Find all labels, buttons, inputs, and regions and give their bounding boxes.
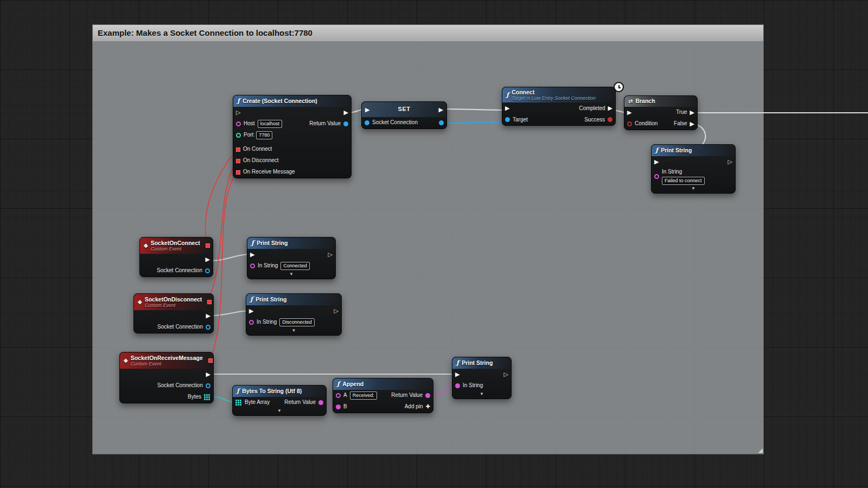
condition-pin[interactable] (627, 121, 632, 126)
condition-label: Condition (635, 120, 658, 127)
function-icon: ƒ (251, 239, 254, 247)
pin-row: ▶ Completed ▶ (502, 102, 615, 114)
socket-connection-out-pin[interactable] (206, 325, 210, 330)
in-string-pin[interactable] (250, 264, 255, 268)
node-branch[interactable]: ⇄ Branch ▶ True ▶ Condition False ▶ (624, 95, 698, 130)
exec-out-pin[interactable]: ▶ (206, 256, 210, 262)
return-value-pin[interactable] (318, 400, 323, 405)
bytes-array-pin[interactable] (204, 394, 206, 396)
exec-out-pin[interactable]: ▶ (206, 313, 210, 319)
exec-in-pin[interactable]: ▶ (365, 107, 369, 113)
node-title: Append (342, 381, 363, 388)
in-string-pin[interactable] (654, 174, 659, 179)
host-input[interactable]: localhost (258, 120, 283, 128)
exec-out-pin[interactable]: ▶ (439, 107, 443, 113)
pin-row: Condition False ▶ (624, 118, 697, 130)
collapse-arrow-icon[interactable]: ▼ (247, 272, 335, 279)
in-string-pin[interactable] (455, 383, 460, 388)
a-pin[interactable] (336, 393, 341, 398)
node-title: Create (Socket Connection) (242, 98, 317, 105)
exec-in-pin[interactable]: ▶ (250, 252, 254, 258)
blueprint-graph-canvas[interactable]: Example: Makes a Socket Connection to lo… (0, 0, 868, 488)
function-icon: ƒ (237, 97, 240, 105)
node-create-socket-connection[interactable]: ƒ Create (Socket Connection) ▷ ▶ Host lo… (233, 95, 352, 178)
exec-out-pin[interactable]: ▶ (206, 371, 210, 377)
delegate-out-pin[interactable] (207, 300, 212, 304)
completed-exec-pin[interactable]: ▶ (608, 105, 612, 111)
in-string-input[interactable]: Failed to connect (662, 177, 705, 185)
host-pin[interactable] (236, 121, 241, 126)
delegate-out-pin[interactable] (208, 358, 213, 363)
node-event-socket-on-disconnect[interactable]: ◈ SocketOnDisconnect Custom Event ▶ Sock… (133, 293, 214, 333)
b-label: B (343, 403, 347, 410)
in-string-label: In String (463, 382, 483, 389)
in-string-input[interactable]: Disconnected (279, 318, 315, 326)
socket-connection-label: Socket Connection (157, 382, 203, 389)
node-print-string-received[interactable]: ƒ Print String ▶ ▷ In String ▼ (452, 357, 512, 399)
collapse-arrow-icon[interactable]: ▼ (233, 408, 326, 415)
false-exec-pin[interactable]: ▶ (690, 121, 694, 127)
port-pin[interactable] (236, 133, 241, 138)
in-string-pin[interactable] (249, 320, 254, 325)
on-connect-delegate-pin[interactable] (236, 147, 240, 152)
exec-in-pin[interactable]: ▶ (249, 308, 253, 314)
pin-row: ▶ (120, 369, 213, 380)
a-label: A (343, 392, 347, 399)
on-receive-message-label: On Receive Message (243, 169, 295, 176)
exec-in-pin[interactable]: ▶ (505, 105, 509, 111)
node-print-string-failed[interactable]: ƒ Print String ▶ ▷ In String Failed to c… (651, 144, 736, 194)
pin-row: In String (452, 380, 511, 391)
socket-connection-out-pin[interactable] (206, 383, 210, 388)
exec-out-pin[interactable]: ▷ (728, 159, 732, 165)
exec-out-pin[interactable]: ▷ (504, 371, 508, 377)
exec-out-pin[interactable]: ▷ (334, 308, 339, 314)
clock-hands (618, 85, 621, 88)
pin-row: In String Connected (247, 260, 335, 272)
node-subtitle: Custom Event (131, 361, 203, 367)
a-input[interactable]: Received: (350, 391, 377, 400)
comment-title[interactable]: Example: Makes a Socket Connection to lo… (93, 25, 763, 41)
collapse-arrow-icon[interactable]: ▼ (652, 186, 735, 193)
exec-in-pin[interactable]: ▶ (455, 371, 459, 377)
socket-connection-in-pin[interactable] (365, 120, 369, 125)
node-header: ◈ SocketOnReceiveMessage Custom Event (120, 352, 213, 369)
b-pin[interactable] (336, 404, 341, 409)
socket-connection-out-pin[interactable] (205, 268, 210, 273)
node-header: ƒ Print String (452, 357, 511, 369)
exec-out-pin[interactable]: ▷ (328, 252, 333, 258)
custom-event-icon: ◈ (124, 357, 128, 364)
in-string-input[interactable]: Connected (280, 262, 310, 270)
byte-array-pin[interactable] (235, 400, 237, 401)
success-pin[interactable] (608, 117, 612, 122)
delegate-out-pin[interactable] (206, 243, 210, 248)
exec-out-pin[interactable]: ▶ (344, 110, 348, 115)
on-disconnect-delegate-pin[interactable] (236, 159, 240, 163)
return-value-pin[interactable] (425, 393, 430, 398)
true-exec-pin[interactable]: ▶ (690, 110, 694, 115)
collapse-arrow-icon[interactable]: ▼ (452, 391, 511, 399)
on-receive-message-delegate-pin[interactable] (236, 170, 240, 175)
node-event-socket-on-connect[interactable]: ◈ SocketOnConnect Custom Event ▶ Socket … (139, 237, 213, 277)
node-set-socket-connection[interactable]: ▶ SET ▶ Socket Connection (361, 101, 447, 129)
exec-in-pin[interactable]: ▶ (627, 110, 631, 115)
node-print-string-connected[interactable]: ƒ Print String ▶ ▷ In String Connected ▼ (247, 237, 336, 279)
socket-connection-out-pin[interactable] (439, 120, 444, 125)
custom-event-icon: ◈ (144, 242, 148, 249)
exec-in-pin[interactable]: ▶ (654, 159, 659, 165)
node-title: Branch (635, 98, 655, 105)
false-label: False (674, 120, 687, 127)
node-append[interactable]: ƒ Append A Received: Return Value B Add … (333, 378, 433, 413)
add-pin-icon[interactable]: ✚ (426, 403, 430, 410)
node-print-string-disconnected[interactable]: ƒ Print String ▶ ▷ In String Disconnecte… (246, 293, 342, 336)
node-connect[interactable]: ƒ Connect Target is Low Entry Socket Con… (502, 87, 616, 126)
comment-resize-handle[interactable]: ◢ (758, 447, 763, 454)
port-input[interactable]: 7780 (256, 131, 272, 139)
return-value-pin[interactable] (343, 121, 348, 126)
exec-in-pin[interactable]: ▷ (236, 110, 240, 115)
node-header: ▶ SET ▶ (362, 102, 446, 117)
node-event-socket-on-receive-message[interactable]: ◈ SocketOnReceiveMessage Custom Event ▶ … (119, 352, 214, 403)
bytes-label: Bytes (188, 394, 201, 401)
target-pin[interactable] (505, 117, 510, 122)
node-bytes-to-string[interactable]: ƒ Bytes To String (Utf 8) Byte Array Ret… (232, 385, 327, 416)
collapse-arrow-icon[interactable]: ▼ (246, 328, 341, 335)
